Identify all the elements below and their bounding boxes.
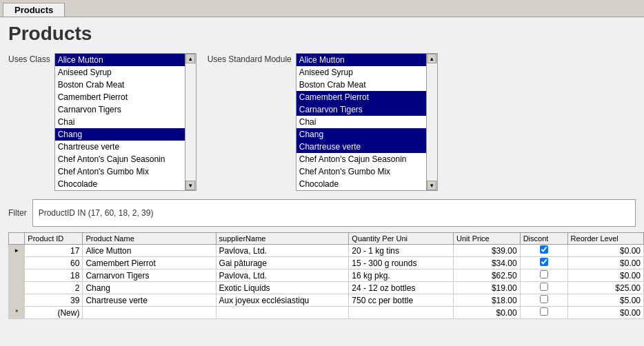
cell-reorder-level[interactable]: $0.00: [567, 245, 643, 257]
cell-unit-price[interactable]: $34.00: [454, 257, 521, 269]
cell-supplier-name[interactable]: Pavlova, Ltd.: [216, 269, 349, 282]
right-listbox-item[interactable]: Carnarvon Tigers: [296, 103, 426, 116]
left-listbox-item[interactable]: Chef Anton's Gumbo Mix: [55, 165, 185, 178]
row-indicator: ►: [9, 245, 25, 257]
cell-product-id: 2: [25, 282, 83, 294]
cell-quantity[interactable]: 750 cc per bottle: [349, 294, 454, 307]
right-listbox-item[interactable]: Chang: [296, 128, 426, 141]
products-tab[interactable]: Products: [3, 3, 65, 17]
cell-product-name[interactable]: Camembert Pierrot: [83, 257, 216, 269]
cell-supplier-name[interactable]: Pavlova, Ltd.: [216, 245, 349, 257]
cell-quantity[interactable]: 24 - 12 oz bottles: [349, 282, 454, 294]
cell-discount[interactable]: [520, 282, 567, 294]
cell-discount[interactable]: [520, 257, 567, 269]
right-listbox-item[interactable]: Boston Crab Meat: [296, 79, 426, 91]
cell-discount[interactable]: [520, 245, 567, 257]
cell-product-name[interactable]: Alice Mutton: [83, 245, 216, 257]
right-listbox-item[interactable]: Chartreuse verte: [296, 141, 426, 153]
cell-unit-price[interactable]: $39.00: [454, 245, 521, 257]
discount-checkbox[interactable]: [540, 270, 548, 278]
cell-unit-price[interactable]: $62.50: [454, 269, 521, 282]
filter-section: Filter: [0, 194, 644, 232]
cell-unit-price[interactable]: $0.00: [454, 307, 521, 319]
cell-reorder-level[interactable]: $0.00: [567, 257, 643, 269]
cell-discount[interactable]: [520, 307, 567, 319]
cell-product-name[interactable]: Chartreuse verte: [83, 294, 216, 307]
cell-product-id: 39: [25, 294, 83, 307]
cell-supplier-name[interactable]: Gai pâturage: [216, 257, 349, 269]
left-listbox[interactable]: Alice MuttonAniseed SyrupBoston Crab Mea…: [54, 53, 185, 191]
cell-reorder-level[interactable]: $0.00: [567, 307, 643, 319]
left-listbox-item[interactable]: Boston Crab Meat: [55, 79, 185, 91]
table-row: 39Chartreuse verteAux joyeux ecclésiasti…: [9, 294, 644, 307]
cell-product-name[interactable]: Chang: [83, 282, 216, 294]
left-scroll-down[interactable]: ▼: [185, 181, 195, 190]
table-row: 2ChangExotic Liquids24 - 12 oz bottles$1…: [9, 282, 644, 294]
left-listbox-container: Uses Class Alice MuttonAniseed SyrupBost…: [8, 53, 197, 191]
th-reorder-level: Reorder Level: [567, 233, 643, 245]
right-listbox-container: Uses Standard Module Alice MuttonAniseed…: [208, 53, 438, 191]
left-listbox-item[interactable]: Chai: [55, 116, 185, 128]
cell-supplier-name[interactable]: [216, 307, 349, 319]
right-listbox-item[interactable]: Chai: [296, 116, 426, 128]
cell-unit-price[interactable]: $19.00: [454, 282, 521, 294]
table-row: *(New)$0.00$0.00: [9, 307, 644, 319]
row-indicator: [9, 269, 25, 282]
right-scrollbar[interactable]: ▲ ▼: [427, 53, 438, 191]
left-scroll-track: [185, 63, 196, 181]
table-row: 60Camembert PierrotGai pâturage15 - 300 …: [9, 257, 644, 269]
right-listbox-item[interactable]: Aniseed Syrup: [296, 66, 426, 79]
row-indicator: [9, 282, 25, 294]
right-listbox[interactable]: Alice MuttonAniseed SyrupBoston Crab Mea…: [296, 53, 427, 191]
cell-quantity[interactable]: 16 kg pkg.: [349, 269, 454, 282]
filter-label: Filter: [8, 208, 27, 218]
cell-quantity[interactable]: 15 - 300 g rounds: [349, 257, 454, 269]
left-listbox-wrapper: Alice MuttonAniseed SyrupBoston Crab Mea…: [54, 53, 197, 191]
cell-product-id: 18: [25, 269, 83, 282]
right-listbox-item[interactable]: Alice Mutton: [296, 54, 426, 66]
right-listbox-item[interactable]: Chef Anton's Cajun Seasonin: [296, 153, 426, 165]
cell-reorder-level[interactable]: $5.00: [567, 294, 643, 307]
tab-bar: Products: [0, 0, 644, 17]
right-listbox-wrapper: Alice MuttonAniseed SyrupBoston Crab Mea…: [296, 53, 438, 191]
discount-checkbox[interactable]: [540, 283, 548, 291]
left-listbox-item[interactable]: Chang: [55, 128, 185, 141]
right-scroll-track: [427, 63, 437, 181]
th-product-name: Product Name: [83, 233, 216, 245]
left-listbox-item[interactable]: Carnarvon Tigers: [55, 103, 185, 116]
cell-reorder-level[interactable]: $25.00: [567, 282, 643, 294]
cell-discount[interactable]: [520, 269, 567, 282]
cell-unit-price[interactable]: $18.00: [454, 294, 521, 307]
cell-supplier-name[interactable]: Exotic Liquids: [216, 282, 349, 294]
right-listbox-item[interactable]: Chocolade: [296, 178, 426, 190]
discount-checkbox[interactable]: [540, 307, 548, 316]
filter-input[interactable]: [32, 199, 636, 227]
discount-checkbox[interactable]: [540, 295, 548, 303]
row-indicator: *: [9, 307, 25, 319]
table-row: ►17Alice MuttonPavlova, Ltd.20 - 1 kg ti…: [9, 245, 644, 257]
right-listbox-item[interactable]: Camembert Pierrot: [296, 91, 426, 103]
cell-reorder-level[interactable]: $0.00: [567, 269, 643, 282]
left-scroll-up[interactable]: ▲: [185, 54, 195, 63]
page-title: Products: [0, 17, 644, 50]
right-scroll-up[interactable]: ▲: [427, 54, 436, 63]
cell-quantity[interactable]: 20 - 1 kg tins: [349, 245, 454, 257]
cell-discount[interactable]: [520, 294, 567, 307]
right-listbox-item[interactable]: Chef Anton's Gumbo Mix: [296, 165, 426, 178]
left-listbox-item[interactable]: Chocolade: [55, 178, 185, 190]
left-listbox-item[interactable]: Aniseed Syrup: [55, 66, 185, 79]
cell-product-name[interactable]: Carnarvon Tigers: [83, 269, 216, 282]
cell-supplier-name[interactable]: Aux joyeux ecclésiastiqu: [216, 294, 349, 307]
left-listbox-item[interactable]: Alice Mutton: [55, 54, 185, 66]
cell-quantity[interactable]: [349, 307, 454, 319]
cell-product-name[interactable]: [83, 307, 216, 319]
discount-checkbox[interactable]: [540, 258, 548, 266]
right-scroll-down[interactable]: ▼: [427, 181, 436, 190]
cell-product-id: 17: [25, 245, 83, 257]
discount-checkbox[interactable]: [540, 245, 548, 254]
th-supplier-name: supplierName: [216, 233, 349, 245]
left-listbox-item[interactable]: Chef Anton's Cajun Seasonin: [55, 153, 185, 165]
left-scrollbar[interactable]: ▲ ▼: [185, 53, 197, 191]
left-listbox-item[interactable]: Chartreuse verte: [55, 141, 185, 153]
left-listbox-item[interactable]: Camembert Pierrot: [55, 91, 185, 103]
